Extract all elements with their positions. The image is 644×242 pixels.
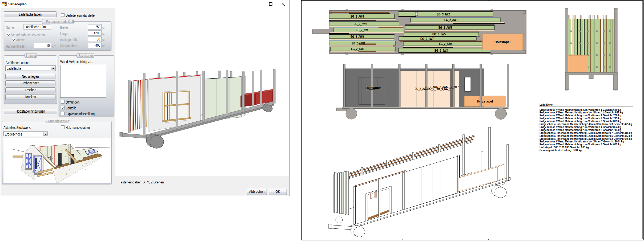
svg-text:Erdgeschoss / Innenwand Mehrsc: Erdgeschoss / Innenwand Mehrschichtig 16… [540, 132, 632, 134]
svg-text:EG_3_IW3: EG_3_IW3 [434, 49, 448, 52]
svg-text:Holzstapel / 300 / 100 / 80 Ge: Holzstapel / 300 / 100 / 80 Gewicht: 200… [540, 146, 589, 149]
svg-text:EG_2_AW8: EG_2_AW8 [439, 42, 452, 46]
svg-text:Erdgeschoss / Wand Mehrschicht: Erdgeschoss / Wand Mehrschichtig zum Vor… [540, 111, 623, 114]
svg-text:Holzstapel: Holzstapel [477, 100, 493, 103]
svg-text:Erdgeschoss / Wand Mehrschicht: Erdgeschoss / Wand Mehrschichtig zum Vor… [540, 114, 621, 117]
svg-text:Holzstapel: Holzstapel [494, 40, 510, 44]
svg-text:Erdgeschoss / Innenwand Mehrsc: Erdgeschoss / Innenwand Mehrschichtig 14… [540, 123, 632, 126]
svg-text:EG_2_AW1: EG_2_AW1 [351, 47, 364, 51]
svg-text:EG_2_AW7: EG_2_AW7 [444, 18, 458, 22]
svg-text:Erdgeschoss / Wand Mehrschicht: Erdgeschoss / Wand Mehrschichtig zum Vor… [540, 120, 621, 123]
svg-text:EG_2_AW3: EG_2_AW3 [415, 87, 428, 91]
svg-text:Gesamtgewicht der Ladung: 8701: Gesamtgewicht der Ladung: 8701 kg [540, 149, 582, 152]
svg-text:EG_3_IW2: EG_3_IW2 [437, 13, 450, 16]
svg-text:Erdgeschoss / Wand Mehrschicht: Erdgeschoss / Wand Mehrschichtig zum Vor… [540, 129, 621, 132]
svg-text:Erdgeschoss / Innenwand Mehrsc: Erdgeschoss / Innenwand Mehrschichtig 12… [540, 134, 632, 137]
svg-text:EG_3_IW5: EG_3_IW5 [432, 32, 446, 36]
svg-text:EG_2_AW3: EG_2_AW3 [356, 28, 369, 32]
svg-text:EG_2_AW2: EG_2_AW2 [354, 22, 367, 26]
svg-text:EG_2_AW11: EG_2_AW11 [352, 42, 365, 45]
svg-text:EG_2_AW4: EG_2_AW4 [351, 15, 364, 18]
svg-text:Erdgeschoss / Wand Mehrschicht: Erdgeschoss / Wand Mehrschichtig zum Vor… [540, 126, 621, 129]
svg-text:Ladefläche: Ladefläche [540, 103, 553, 106]
svg-text:Erdgeschoss / Wand Mehrschicht: Erdgeschoss / Wand Mehrschichtig zum Vor… [540, 140, 624, 143]
svg-text:EG_3_IW2_: EG_3_IW2_ [437, 87, 450, 91]
svg-text:Erdgeschoss / Wand Mehrschicht: Erdgeschoss / Wand Mehrschichtig zum Vor… [540, 117, 621, 120]
svg-text:Erdgeschoss / Wand Mehrschicht: Erdgeschoss / Wand Mehrschichtig zum Vor… [540, 108, 621, 111]
svg-text:Erdgeschoss / Innenwand Mehrsc: Erdgeschoss / Innenwand Mehrschichtig 16… [540, 137, 632, 140]
svg-text:EG_2_AW2: EG_2_AW2 [368, 86, 381, 90]
svg-text:EG_2_AW5: EG_2_AW5 [438, 26, 452, 30]
svg-text:EG_2_AW9: EG_2_AW9 [351, 35, 364, 39]
svg-text:Erdgeschoss / Wand Mehrschicht: Erdgeschoss / Wand Mehrschichtig zum Vor… [540, 143, 621, 146]
svg-text:EG_3_IW7: EG_3_IW7 [420, 37, 434, 41]
